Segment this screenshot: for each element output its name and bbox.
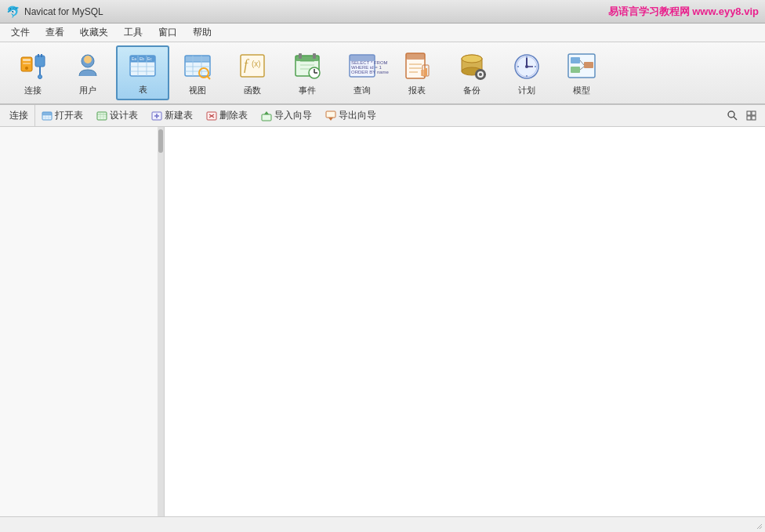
left-panel[interactable] [0,127,165,516]
svg-point-10 [84,56,92,63]
query-icon: SELECT * FROM WHERE id = 1 ORDER BY name [346,50,378,81]
main-content [0,127,765,516]
action-import[interactable]: 导入向导 [255,105,319,126]
toolbar: 连接 用户 Ea Eb Ec [0,42,765,105]
svg-rect-83 [42,112,52,115]
svg-text:Eb: Eb [140,56,144,61]
toolbar-view-label: 视图 [189,85,206,96]
toolbar-query[interactable]: SELECT * FROM WHERE id = 1 ORDER BY name… [335,45,389,100]
menu-tools[interactable]: 工具 [116,24,150,41]
svg-rect-22 [185,56,210,62]
menu-window[interactable]: 窗口 [150,24,185,41]
svg-rect-2 [23,63,31,64]
svg-point-59 [462,55,482,63]
toolbar-event[interactable]: 事件 [281,45,334,100]
left-panel-thumb[interactable] [158,129,163,153]
toolbar-report[interactable]: 报表 [390,45,444,100]
action-new-table-label: 新建表 [165,109,193,122]
svg-line-110 [760,527,762,529]
svg-rect-78 [571,67,580,73]
svg-rect-55 [421,70,424,76]
title-bar: 🐬 Navicat for MySQL 易语言学习教程网 www.eyy8.vi… [0,0,765,24]
action-export-label: 导出向导 [339,109,376,122]
toolbar-func-label: 函数 [244,85,261,96]
svg-line-104 [734,117,737,120]
toolbar-query-label: 查询 [353,85,371,96]
toolbar-user-label: 用户 [79,85,96,96]
toolbar-model-label: 模型 [573,85,590,96]
svg-point-103 [728,111,734,118]
action-design-table[interactable]: 设计表 [90,105,145,126]
toolbar-func[interactable]: f (x) 函数 [226,45,279,100]
open-table-icon [42,110,53,121]
svg-rect-108 [752,116,756,120]
table-icon: Ea Eb Ec [127,50,158,81]
menu-help[interactable]: 帮助 [185,24,219,41]
action-bar: 连接 打开表 设计表 [0,105,765,127]
svg-text:(x): (x) [252,60,261,68]
toolbar-user[interactable]: 用户 [61,45,114,100]
svg-line-29 [207,76,210,79]
left-panel-scrollbar[interactable] [158,127,164,516]
svg-rect-1 [23,59,31,61]
svg-text:ORDER BY name: ORDER BY name [351,70,390,74]
toolbar-report-label: 报表 [408,85,426,96]
menu-view[interactable]: 查看 [38,24,72,41]
model-icon [566,50,597,81]
view-icon [182,50,213,81]
event-icon [292,50,323,81]
svg-point-71 [525,65,528,68]
svg-rect-77 [571,57,580,63]
app-title: Navicat for MySQL [24,6,103,17]
menu-file[interactable]: 文件 [3,24,38,41]
action-design-table-label: 设计表 [110,109,138,122]
svg-rect-79 [584,62,593,68]
schedule-icon [511,50,542,81]
action-open-table-label: 打开表 [55,109,83,122]
action-right [724,108,762,124]
toolbar-backup-label: 备份 [463,85,480,96]
svg-rect-63 [480,69,481,71]
design-table-icon [96,110,107,121]
toolbar-model[interactable]: 模型 [555,45,608,100]
right-panel [165,127,765,516]
backup-icon [456,50,488,81]
status-bar [0,516,765,532]
svg-rect-106 [752,111,756,115]
menu-favorites[interactable]: 收藏夹 [72,24,116,41]
svg-point-62 [479,73,482,76]
toolbar-backup[interactable]: 备份 [445,45,499,100]
toolbar-view[interactable]: 视图 [171,45,224,100]
svg-rect-101 [326,111,335,118]
toolbar-event-label: 事件 [299,85,316,96]
svg-rect-38 [299,53,302,59]
toolbar-table[interactable]: Ea Eb Ec 表 [116,45,169,100]
app-icon: 🐬 [6,5,20,18]
action-export[interactable]: 导出向导 [319,105,383,126]
toolbar-connect[interactable]: 连接 [6,45,60,100]
new-table-icon [151,110,162,121]
svg-rect-6 [41,54,42,57]
action-new-table[interactable]: 新建表 [145,105,200,126]
toolbar-schedule-label: 计划 [518,85,535,96]
svg-marker-100 [264,111,269,114]
svg-rect-88 [97,112,107,120]
func-icon: f (x) [237,50,268,81]
svg-rect-64 [480,78,481,80]
svg-rect-49 [406,53,425,60]
svg-rect-54 [424,68,427,76]
svg-text:Ec: Ec [147,56,152,61]
action-delete-table[interactable]: 删除表 [200,105,255,126]
action-open-table[interactable]: 打开表 [35,105,90,126]
toolbar-table-label: 表 [139,84,147,96]
svg-point-3 [25,67,28,70]
svg-text:Ea: Ea [132,56,136,61]
search-button[interactable] [724,108,740,124]
grid-view-button[interactable] [743,108,759,124]
report-icon [401,50,433,81]
action-delete-table-label: 删除表 [219,109,248,122]
svg-rect-5 [38,54,39,57]
menu-bar: 文件 查看 收藏夹 工具 窗口 帮助 [0,24,765,42]
resize-handle[interactable] [752,519,762,530]
toolbar-schedule[interactable]: 计划 [500,45,553,100]
